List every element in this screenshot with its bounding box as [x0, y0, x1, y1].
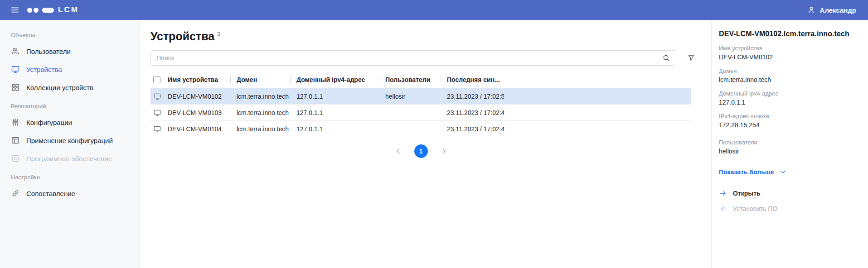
- sidebar-item-label: Устройства: [26, 66, 62, 73]
- page-number-current[interactable]: 1: [414, 144, 428, 158]
- next-page-icon[interactable]: [440, 147, 448, 155]
- open-device-label: Открыть: [733, 190, 761, 197]
- cell-users: hellosir: [379, 93, 441, 100]
- topbar-left: LCM: [10, 5, 79, 15]
- sidebar-item-label: Пользователи: [26, 48, 71, 55]
- field-label-domain: Домен: [719, 67, 859, 74]
- devices-table: Имя устройства Домен Доменный ipv4-адрес…: [150, 71, 691, 137]
- column-header-ip: Доменный ipv4-адрес: [290, 76, 379, 83]
- grid-icon: [11, 83, 20, 92]
- details-actions: Открыть Установить ПО: [719, 189, 859, 213]
- device-icon: [153, 92, 161, 100]
- cell-domain: lcm.terra.inno.tech: [230, 109, 290, 116]
- install-software-label: Установить ПО: [733, 205, 777, 212]
- pagination: 1: [150, 144, 691, 158]
- table-row[interactable]: DEV-LCM-VM0103 lcm.terra.inno.tech 127.0…: [150, 105, 691, 121]
- sidebar-item-devices[interactable]: Устройства: [0, 60, 140, 78]
- column-header-domain: Домен: [230, 76, 290, 83]
- device-details-panel: DEV-LCM-VM0102.lcm.terra.inno.tech Имя у…: [711, 20, 868, 268]
- lcm-logo-icon: [27, 8, 54, 13]
- field-label-gateway-ip: IPv4-адрес шлюза: [719, 113, 859, 120]
- cell-device-name: DEV-LCM-VM0103: [168, 109, 230, 116]
- topbar: LCM Александр: [0, 0, 868, 20]
- sidebar-item-software[interactable]: Программное обеспечение: [0, 149, 140, 168]
- filter-icon[interactable]: [687, 54, 695, 62]
- show-more-label: Показать больше: [719, 168, 774, 176]
- cell-ip: 127.0.1.1: [290, 109, 379, 116]
- sidebar-item-label: Коллекции устройств: [26, 84, 93, 91]
- link-icon: [11, 189, 20, 198]
- device-count-badge: 3: [217, 30, 220, 38]
- field-value-device-name: DEV-LCM-VM0102: [719, 53, 859, 61]
- table-header: Имя устройства Домен Доменный ipv4-адрес…: [150, 71, 691, 88]
- details-title: DEV-LCM-VM0102.lcm.terra.inno.tech: [719, 30, 859, 38]
- search-icon[interactable]: [662, 54, 670, 62]
- chevron-down-icon: [779, 168, 786, 176]
- field-value-domain: lcm.terra.inno.tech: [719, 76, 859, 83]
- sidebar: Объекты Пользователи Устройства Коллекци…: [0, 20, 140, 268]
- sidebar-item-users[interactable]: Пользователи: [0, 42, 140, 60]
- field-value-users: hellosir: [719, 148, 859, 155]
- device-icon: [153, 109, 161, 117]
- cell-domain: lcm.terra.inno.tech: [230, 93, 290, 100]
- search-input[interactable]: [150, 50, 676, 66]
- table-row[interactable]: DEV-LCM-VM0104 lcm.terra.inno.tech 127.0…: [150, 121, 691, 137]
- cell-ip: 127.0.1.1: [290, 125, 379, 133]
- cell-last-sync: 23.11.2023 / 17:02:46: [441, 109, 504, 116]
- main-content: Устройства3 Имя устройства Домен Доменны…: [140, 20, 711, 268]
- cell-domain: lcm.terra.inno.tech: [230, 125, 290, 133]
- sidebar-section-repository: Репозиторий: [0, 96, 140, 113]
- sidebar-item-label: Конфигурации: [26, 119, 72, 126]
- open-device-button[interactable]: Открыть: [719, 189, 859, 197]
- users-icon: [11, 47, 20, 56]
- sidebar-item-label: Применение конфигураций: [26, 137, 113, 144]
- sidebar-item-device-collections[interactable]: Коллекции устройств: [0, 78, 140, 96]
- sliders-icon: [11, 118, 20, 127]
- install-software-button[interactable]: Установить ПО: [719, 205, 859, 213]
- sidebar-section-settings: Настройки: [0, 168, 140, 184]
- field-value-gateway-ip: 172.28.15.254: [719, 121, 859, 129]
- sidebar-section-objects: Объекты: [0, 25, 140, 42]
- cell-last-sync: 23.11.2023 / 17:02:51: [441, 93, 504, 100]
- cell-device-name: DEV-LCM-VM0104: [168, 125, 230, 133]
- show-more-link[interactable]: Показать больше: [719, 168, 859, 176]
- hamburger-menu-icon[interactable]: [10, 5, 20, 15]
- user-menu[interactable]: Александр: [807, 5, 856, 14]
- sidebar-item-mapping[interactable]: Сопоставление: [0, 184, 140, 202]
- user-icon: [807, 5, 816, 14]
- sidebar-item-apply-configurations[interactable]: Применение конфигураций: [0, 131, 140, 149]
- column-header-users: Пользователи: [379, 76, 441, 83]
- layout-icon: [11, 136, 20, 145]
- page-title: Устройства3: [150, 30, 711, 43]
- field-label-device-name: Имя устройства: [719, 45, 859, 52]
- column-header-last-sync: Последняя син...: [441, 76, 504, 83]
- install-software-icon: [719, 205, 727, 213]
- cell-last-sync: 23.11.2023 / 17:02:49: [441, 125, 504, 133]
- select-all-checkbox[interactable]: [153, 76, 160, 83]
- cell-device-name: DEV-LCM-VM0102: [168, 93, 230, 100]
- software-icon: [11, 154, 20, 163]
- sidebar-item-configurations[interactable]: Конфигурации: [0, 113, 140, 131]
- sidebar-item-label: Сопоставление: [26, 190, 75, 197]
- table-row[interactable]: DEV-LCM-VM0102 lcm.terra.inno.tech 127.0…: [150, 88, 691, 105]
- previous-page-icon[interactable]: [394, 147, 402, 155]
- field-label-domain-ip: Доменный ipv4-адрес: [719, 90, 859, 97]
- user-name: Александр: [820, 6, 856, 14]
- arrow-right-icon: [719, 189, 727, 197]
- cell-ip: 127.0.1.1: [290, 93, 379, 100]
- monitor-icon: [11, 65, 20, 74]
- column-header-name: Имя устройства: [168, 76, 230, 83]
- field-value-domain-ip: 127.0.1.1: [719, 99, 859, 106]
- sidebar-item-label: Программное обеспечение: [26, 155, 112, 163]
- brand-title: LCM: [58, 5, 79, 14]
- field-label-users: Пользователи: [719, 139, 859, 146]
- device-icon: [153, 125, 161, 133]
